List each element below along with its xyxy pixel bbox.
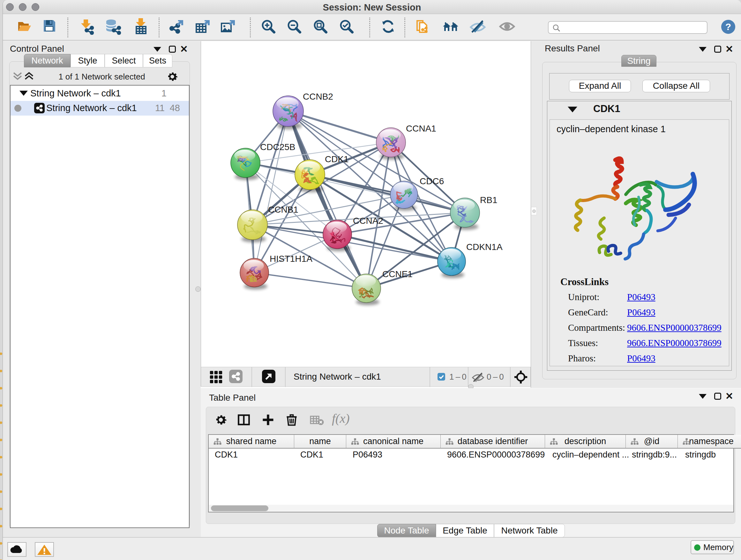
svg-text:CCNB1: CCNB1 [268, 205, 298, 214]
svg-text:CCNB2: CCNB2 [303, 91, 333, 102]
svg-text:HIST1H1A: HIST1H1A [270, 254, 313, 264]
svg-text:CDC25B: CDC25B [260, 142, 295, 152]
svg-text:CCNA1: CCNA1 [406, 124, 436, 133]
svg-text:CDC6: CDC6 [420, 176, 444, 186]
svg-text:CCNE1: CCNE1 [382, 269, 413, 279]
svg-text:CCNA2: CCNA2 [353, 216, 383, 226]
svg-text:CDK1: CDK1 [325, 154, 349, 164]
svg-text:CDKN1A: CDKN1A [466, 242, 502, 252]
svg-text:RB1: RB1 [480, 195, 497, 205]
